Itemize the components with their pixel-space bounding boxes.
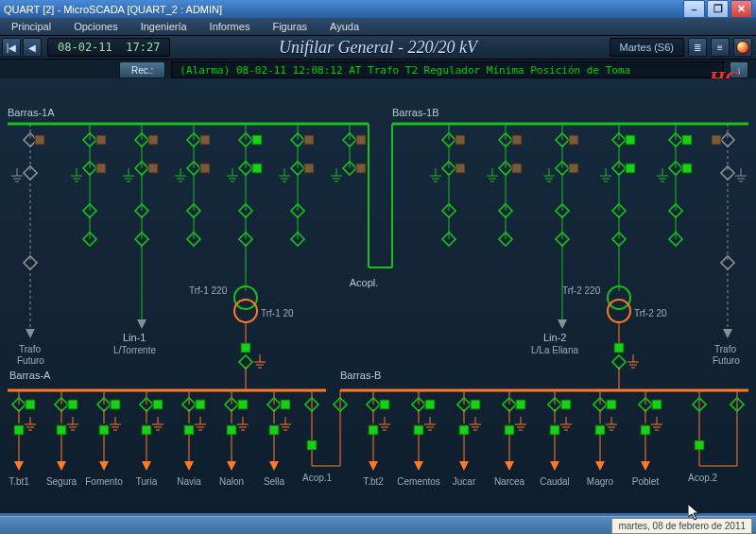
label-lin1: Lin-1 [123,332,146,343]
tray-date: martes, 08 de febrero de 2011 [611,518,752,534]
label-trf2-20: Trf-2 20 [634,308,667,319]
bays-1a [71,124,366,246]
feeder-b-narcea[interactable]: Narcea [494,390,526,487]
alarm-bar: Rec.: (Alarma) 08-02-11 12:08:12 AT Traf… [0,60,756,80]
day-indicator: Martes (S6) [610,38,684,57]
feeder-label: Caudal [540,476,570,487]
label-trafo-futuro-l2: Futuro [17,355,44,366]
label-trafo-futuro-r1: Trafo [714,344,736,354]
status-bar: martes, 08 de febrero de 2011 [0,516,756,534]
label-barras-b: Barras-B [340,370,381,381]
menu-principal[interactable]: Principal [0,21,62,32]
menu-figuras[interactable]: Figuras [261,21,318,32]
label-barras-1b: Barras-1B [392,107,439,118]
feeder-b-jucar[interactable]: Jucar [453,390,481,487]
label-trf1-20: Trf-1 20 [261,308,294,319]
feeder-a-sella[interactable]: Sella [264,390,291,487]
transformer-trf2[interactable]: Trf-2 220 Trf-2 20 [562,244,667,390]
feeder-label: T.bt2 [363,476,384,487]
grid-view-button[interactable]: ≡ [711,38,730,57]
label-barras-1a: Barras-1A [8,107,55,118]
feeder-label: Nalon [219,476,244,487]
feeder-label: Cementos [397,476,440,487]
feeder-label: Magro [587,476,614,487]
record-dot-icon [736,41,749,54]
feeder-b-poblet[interactable]: Poblet [632,390,662,487]
feeder-a-fomento[interactable]: Fomento [85,390,123,487]
feeder-a-turia[interactable]: Turia [136,390,163,487]
label-trf1-220: Trf-1 220 [189,285,228,296]
date-box[interactable]: 08-02-11 17:27 [47,38,170,57]
label-lin1b: L/Torrente [113,345,156,355]
feeder-b-t.bt2[interactable]: T.bt2 [363,390,390,487]
label-acop2: Acop.2 [688,473,718,483]
rec-button[interactable]: Rec.: [119,61,165,78]
menu-ingenieria[interactable]: Ingeniería [129,21,198,32]
menu-ayuda[interactable]: Ayuda [318,21,370,32]
feeder-label: Segura [46,476,77,487]
bay-trafo-futuro-left[interactable]: Trafo Futuro [11,124,44,366]
maximize-button[interactable]: ❐ [707,0,729,18]
line-lin1[interactable]: Lin-1 L/Torrente [113,244,156,355]
feeders: T.bt1SeguraFomentoTuriaNaviaNalonSellaT.… [9,390,662,487]
transformer-trf1[interactable]: Trf-1 220 Trf-1 20 [189,244,294,390]
feeder-b-cementos[interactable]: Cementos [397,390,440,487]
window-titlebar[interactable]: QUART [2] - MicroSCADA [QUART_2 : ADMIN]… [0,0,756,18]
list-view-button[interactable]: ≣ [688,38,707,57]
feeder-label: T.bt1 [9,476,29,487]
minimize-button[interactable]: – [683,0,705,18]
page-title: Unifilar General - 220/20 kV [279,38,477,58]
acop2[interactable]: Acop.2 [688,390,744,483]
alarm-text: (Alarma) 08-02-11 12:08:12 AT Trafo T2 R… [171,61,724,78]
toolbar: |◀ ◀ 08-02-11 17:27 Unifilar General - 2… [0,36,756,60]
label-lin2b: L/La Eliana [531,345,578,355]
svg-point-75 [234,300,257,322]
feeder-label: Sella [264,476,285,487]
date-value: 08-02-11 [58,41,112,54]
label-barras-a: Barras-A [9,370,51,381]
nav-prev-button[interactable]: ◀ [23,38,42,57]
bays-1b [430,124,692,246]
feeder-b-magro[interactable]: Magro [587,390,617,487]
feeder-label: Navia [177,476,201,487]
menu-opciones[interactable]: Opciones [62,21,129,32]
label-acop1: Acop.1 [302,473,333,483]
feeder-a-segura[interactable]: Segura [46,390,78,487]
menu-bar: Principal Opciones Ingeniería Informes F… [0,18,756,36]
feeder-label: Fomento [85,476,123,487]
coupler-220[interactable]: Acopl. [350,124,392,288]
line-lin2[interactable]: Lin-2 L/La Eliana [531,244,578,355]
feeder-label: Poblet [632,476,660,487]
label-trafo-futuro-l1: Trafo [19,344,41,354]
scada-canvas[interactable]: Barras-1A Barras-1B Trafo Futuro [0,78,756,513]
acop1[interactable]: Acop.1 [302,390,347,483]
menu-informes[interactable]: Informes [198,21,262,32]
feeder-a-nalon[interactable]: Nalon [219,390,249,487]
label-trafo-futuro-r2: Futuro [713,355,740,366]
nav-first-button[interactable]: |◀ [2,38,21,57]
label-trf2-220: Trf-2 220 [562,285,601,296]
feeder-a-navia[interactable]: Navia [177,390,206,487]
label-lin2: Lin-2 [543,332,566,343]
window-title: QUART [2] - MicroSCADA [QUART_2 : ADMIN] [4,4,222,15]
bay-trafo-futuro-right[interactable]: Trafo Futuro [712,124,747,366]
svg-point-80 [608,300,630,322]
time-value: 17:27 [126,41,160,54]
label-acopl: Acopl. [350,277,379,288]
feeder-a-t.bt1[interactable]: T.bt1 [9,390,36,487]
feeder-label: Turia [136,476,158,487]
record-button[interactable] [733,38,752,57]
close-button[interactable]: ✕ [730,0,752,18]
feeder-label: Jucar [453,476,476,487]
feeder-b-caudal[interactable]: Caudal [540,390,572,487]
feeder-label: Narcea [494,476,525,487]
